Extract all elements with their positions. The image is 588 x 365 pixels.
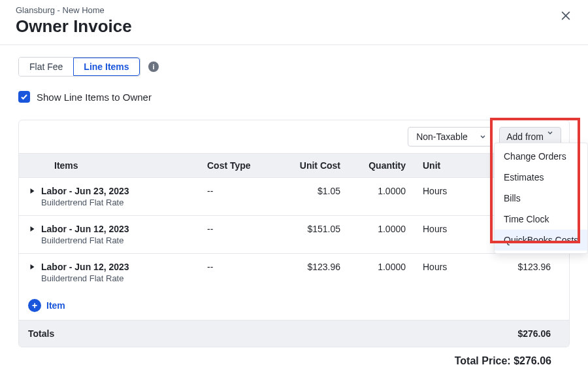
col-cost-type: Cost Type [202, 154, 274, 178]
plus-icon: + [28, 299, 41, 312]
tab-flat-fee[interactable]: Flat Fee [19, 58, 73, 76]
col-unit: Unit [411, 154, 470, 178]
expand-caret-icon[interactable] [28, 225, 36, 233]
cell-unit-cost: $1.05 [274, 178, 346, 216]
col-quantity: Quantity [346, 154, 411, 178]
item-subtitle: Buildertrend Flat Rate [41, 198, 129, 207]
add-from-option[interactable]: QuickBooks Costs [495, 230, 587, 251]
item-title: Labor - Jun 12, 2023 [41, 224, 129, 234]
close-icon[interactable] [559, 9, 572, 22]
cell-quantity: 1.0000 [346, 178, 411, 216]
cell-unit: Hours [411, 216, 470, 254]
tax-select-value: Non-Taxable [416, 131, 468, 142]
cell-cost-type: -- [202, 216, 274, 254]
item-subtitle: Buildertrend Flat Rate [41, 273, 129, 283]
show-line-items-checkbox[interactable] [18, 91, 30, 103]
cell-cost-type: -- [202, 254, 274, 292]
svg-marker-4 [31, 264, 35, 269]
col-unit-cost: Unit Cost [274, 154, 346, 178]
total-price-label: Total Price: [455, 355, 511, 365]
cell-unit-cost: $123.96 [274, 254, 346, 292]
cell-cost-type: -- [202, 178, 274, 216]
expand-caret-icon[interactable] [28, 263, 36, 271]
table-row: Labor - Jun 12, 2023 Buildertrend Flat R… [19, 254, 569, 292]
add-item-label: Item [46, 300, 65, 311]
item-title: Labor - Jun 23, 2023 [41, 186, 129, 196]
totals-value: $276.06 [470, 321, 569, 347]
total-price-value: $276.06 [514, 355, 551, 365]
project-name: Glansburg - New Home [16, 5, 572, 15]
item-title: Labor - Jun 12, 2023 [41, 262, 129, 272]
add-from-menu: Change OrdersEstimatesBillsTime ClockQui… [494, 143, 588, 254]
tabs-group: Flat Fee Line Items [18, 57, 140, 77]
add-from-option[interactable]: Change Orders [495, 146, 587, 167]
table-row: Labor - Jun 12, 2023 Buildertrend Flat R… [19, 216, 569, 254]
col-items: Items [19, 154, 202, 178]
svg-marker-2 [31, 188, 35, 194]
page-title: Owner Invoice [16, 16, 572, 37]
expand-caret-icon[interactable] [28, 187, 36, 195]
add-item-button[interactable]: + Item [28, 299, 65, 312]
line-items-table: Non-Taxable Add from Items Cost Ty [18, 120, 570, 347]
totals-label: Totals [19, 321, 202, 347]
info-icon[interactable]: i [148, 61, 159, 72]
cell-quantity: 1.0000 [346, 254, 411, 292]
cell-unit-cost: $151.05 [274, 216, 346, 254]
item-subtitle: Buildertrend Flat Rate [41, 235, 129, 245]
cell-builder: $123.96 [470, 254, 569, 292]
add-from-option[interactable]: Bills [495, 188, 587, 209]
chevron-down-icon [479, 133, 487, 141]
total-price: Total Price: $276.06 [18, 355, 551, 365]
tax-select[interactable]: Non-Taxable [408, 127, 493, 147]
cell-unit: Hours [411, 254, 470, 292]
add-from-option[interactable]: Time Clock [495, 209, 587, 230]
cell-unit: Hours [411, 178, 470, 216]
show-line-items-label: Show Line Items to Owner [37, 92, 152, 103]
tab-line-items[interactable]: Line Items [73, 58, 139, 76]
cell-quantity: 1.0000 [346, 216, 411, 254]
add-from-option[interactable]: Estimates [495, 167, 587, 188]
add-from-label: Add from [506, 131, 544, 142]
chevron-down-icon [546, 129, 554, 137]
svg-marker-3 [31, 226, 35, 232]
table-row: Labor - Jun 23, 2023 Buildertrend Flat R… [19, 178, 569, 216]
